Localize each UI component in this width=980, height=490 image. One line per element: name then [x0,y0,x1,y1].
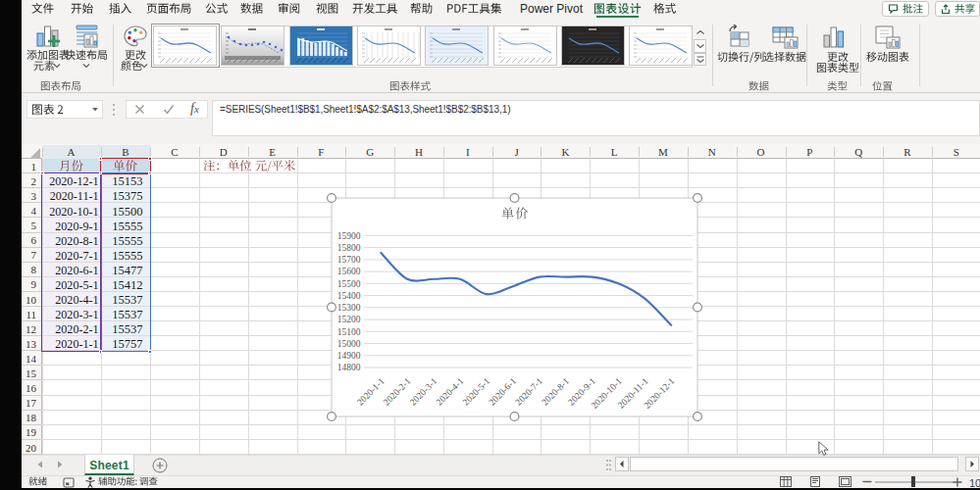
svg-text:15300: 15300 [337,303,361,313]
svg-text:15000: 15000 [337,339,361,349]
svg-text:15800: 15800 [337,243,361,253]
svg-text:15600: 15600 [337,267,361,276]
svg-text:14800: 14800 [337,363,361,372]
svg-text:15900: 15900 [337,231,361,241]
svg-text:15500: 15500 [337,279,361,289]
svg-text:15200: 15200 [337,315,361,324]
svg-text:15100: 15100 [337,327,361,337]
svg-text:15700: 15700 [337,255,361,265]
svg-text:14900: 14900 [337,351,361,361]
svg-text:15400: 15400 [337,291,361,301]
